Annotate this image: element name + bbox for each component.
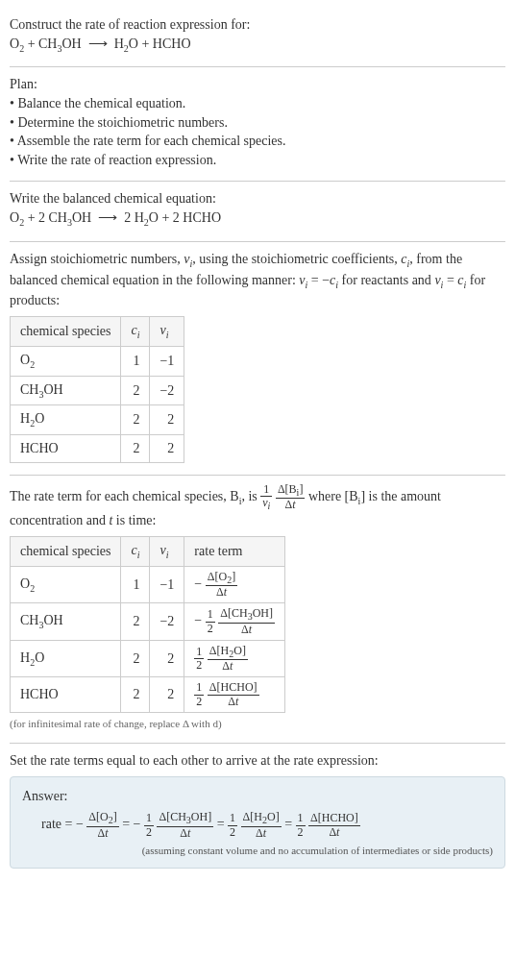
balanced-section: Write the balanced chemical equation: O2… [10, 182, 505, 241]
balanced-equation: O2 + 2 CH3OH ⟶ 2 H2O + 2 HCHO [10, 208, 505, 230]
final-heading: Set the rate terms equal to each other t… [10, 751, 505, 771]
table-row: H2O 2 2 [11, 405, 184, 435]
table-row: O2 1 −1 [11, 346, 184, 376]
plan-item: Assemble the rate term for each chemical… [10, 132, 505, 151]
rateterm-table: chemical species ci νi rate term O2 1 −1… [10, 536, 285, 713]
col-species: chemical species [11, 536, 121, 566]
table-header-row: chemical species ci νi rate term [11, 536, 285, 566]
cell-nu: −2 [150, 603, 184, 641]
cell-c: 2 [121, 376, 150, 405]
stoich-section: Assign stoichiometric numbers, νi, using… [10, 242, 505, 476]
plan-item: Write the rate of reaction expression. [10, 151, 505, 170]
cell-rate: 12 Δ[H2O]Δt [184, 640, 285, 677]
unbalanced-equation: O2 + CH3OH ⟶ H2O + HCHO [10, 35, 505, 56]
rateterm-heading: The rate term for each chemical species,… [10, 483, 505, 530]
cell-c: 2 [121, 677, 150, 712]
plan-item: Determine the stoichiometric numbers. [10, 113, 505, 133]
col-c: ci [121, 316, 150, 346]
table-row: H2O 2 2 12 Δ[H2O]Δt [11, 640, 285, 677]
cell-rate: − Δ[O2]Δt [184, 566, 285, 603]
cell-species: HCHO [11, 677, 121, 712]
col-nu: νi [150, 536, 184, 566]
plan-heading: Plan: [10, 75, 505, 94]
cell-species: O2 [11, 346, 121, 376]
table-header-row: chemical species ci νi [11, 316, 184, 346]
cell-nu: 2 [150, 435, 184, 463]
cell-nu: 2 [150, 640, 184, 677]
cell-c: 1 [121, 566, 150, 603]
table-row: CH3OH 2 −2 [11, 376, 184, 405]
cell-c: 2 [121, 405, 150, 435]
table-row: HCHO 2 2 12 Δ[HCHO]Δt [11, 677, 285, 712]
col-nu: νi [150, 316, 184, 346]
cell-nu: 2 [150, 677, 184, 712]
cell-species: O2 [11, 566, 121, 603]
rate-expression: rate = − Δ[O2]Δt = − 12 Δ[CH3OH]Δt = 12 … [41, 811, 493, 840]
cell-nu: 2 [150, 405, 184, 435]
rateterm-footnote: (for infinitesimal rate of change, repla… [10, 717, 505, 731]
cell-c: 2 [121, 435, 150, 463]
plan-list: Balance the chemical equation. Determine… [10, 94, 505, 169]
cell-species: HCHO [11, 435, 121, 463]
stoich-table: chemical species ci νi O2 1 −1 CH3OH 2 −… [10, 316, 184, 463]
intro-heading: Construct the rate of reaction expressio… [10, 15, 505, 35]
cell-nu: −2 [150, 376, 184, 405]
plan-item: Balance the chemical equation. [10, 94, 505, 113]
balanced-heading: Write the balanced chemical equation: [10, 189, 505, 208]
cell-rate: 12 Δ[HCHO]Δt [184, 677, 285, 712]
final-section: Set the rate terms equal to each other t… [10, 744, 505, 880]
cell-c: 1 [121, 346, 150, 376]
col-c: ci [121, 536, 150, 566]
col-species: chemical species [11, 316, 121, 346]
answer-label: Answer: [22, 787, 493, 806]
col-rate: rate term [184, 536, 285, 566]
cell-species: H2O [11, 640, 121, 677]
table-row: HCHO 2 2 [11, 435, 184, 463]
table-row: CH3OH 2 −2 − 12 Δ[CH3OH]Δt [11, 603, 285, 641]
answer-note: (assuming constant volume and no accumul… [22, 844, 493, 858]
stoich-heading: Assign stoichiometric numbers, νi, using… [10, 250, 505, 310]
answer-box: Answer: rate = − Δ[O2]Δt = − 12 Δ[CH3OH]… [10, 776, 505, 870]
cell-c: 2 [121, 603, 150, 641]
cell-rate: − 12 Δ[CH3OH]Δt [184, 603, 285, 641]
rateterm-section: The rate term for each chemical species,… [10, 476, 505, 744]
cell-nu: −1 [150, 566, 184, 603]
cell-c: 2 [121, 640, 150, 677]
cell-species: CH3OH [11, 603, 121, 641]
intro-section: Construct the rate of reaction expressio… [10, 8, 505, 67]
table-row: O2 1 −1 − Δ[O2]Δt [11, 566, 285, 603]
cell-species: CH3OH [11, 376, 121, 405]
cell-species: H2O [11, 405, 121, 435]
plan-section: Plan: Balance the chemical equation. Det… [10, 67, 505, 182]
cell-nu: −1 [150, 346, 184, 376]
